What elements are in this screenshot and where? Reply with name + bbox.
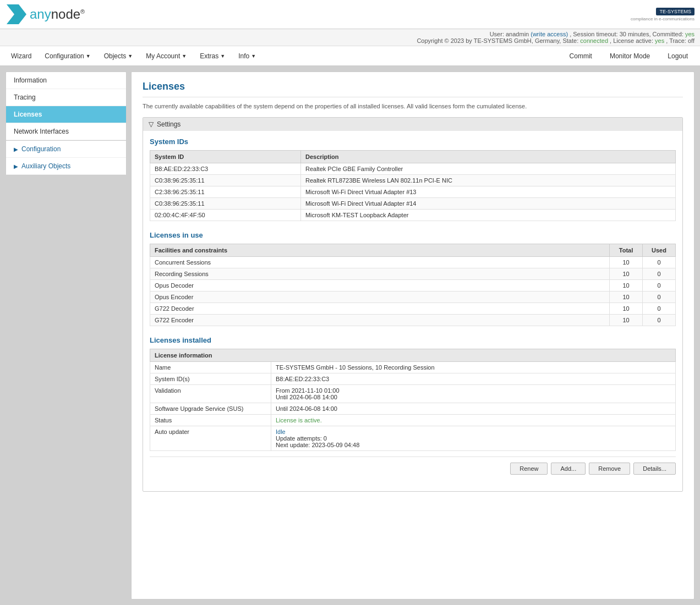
username: anadmin — [506, 31, 531, 37]
nav-wizard[interactable]: Wizard — [4, 49, 38, 63]
used-cell: 0 — [643, 292, 676, 303]
renew-button[interactable]: Renew — [510, 463, 548, 475]
table-row: C0:38:96:25:35:11Realtek RTL8723BE Wirel… — [150, 175, 676, 186]
settings-header[interactable]: ▽ Settings — [143, 118, 682, 131]
total-cell: 10 — [610, 268, 643, 280]
nav-bar: Wizard Configuration ▼ Objects ▼ My Acco… — [0, 46, 700, 66]
nav-info-arrow: ▼ — [251, 53, 256, 59]
nav-objects[interactable]: Objects ▼ — [97, 49, 140, 63]
monitor-mode-button[interactable]: Monitor Mode — [602, 50, 658, 63]
commit-button[interactable]: Commit — [562, 50, 600, 63]
header: anynode® TE-SYSTEMS compliance in e-comm… — [0, 0, 700, 29]
system-id-cell: C2:38:96:25:35:11 — [150, 186, 301, 198]
field-value-line: Until 2024-06-08 14:00 — [276, 394, 337, 400]
system-ids-body: B8:AE:ED:22:33:C3Realtek PCIe GBE Family… — [150, 163, 676, 221]
licenses-in-use-body: Concurrent Sessions100Recording Sessions… — [150, 257, 676, 326]
license-info-header: License information — [150, 349, 676, 362]
field-value: Until 2024-06-08 14:00 — [276, 405, 337, 412]
auto-updater-idle: Idle — [276, 428, 286, 435]
state-comma: , License active: — [610, 37, 655, 44]
nav-configuration[interactable]: Configuration ▼ — [38, 49, 97, 63]
add-button[interactable]: Add... — [551, 463, 586, 475]
sidebar-item-auxiliary-objects[interactable]: ▶ Auxiliary Objects — [6, 158, 126, 175]
page-title: Licenses — [143, 81, 683, 97]
action-buttons: Renew Add... Remove Details... — [150, 457, 676, 475]
system-id-cell: C0:38:96:25:35:11 — [150, 175, 301, 186]
field-label: Auto updater — [150, 426, 271, 451]
table-row: B8:AE:ED:22:33:C3Realtek PCIe GBE Family… — [150, 163, 676, 175]
expand-arrow-configuration: ▶ — [14, 146, 18, 152]
user-label: User: — [490, 31, 504, 37]
brand-tagline: compliance in e-communications — [631, 16, 694, 21]
licenses-installed-section: Licenses installed License information N… — [150, 336, 676, 475]
field-label: Software Upgrade Service (SUS) — [150, 403, 271, 415]
field-value-cell: Until 2024-06-08 14:00 — [271, 403, 676, 415]
nav-info[interactable]: Info ▼ — [232, 49, 262, 63]
details-button[interactable]: Details... — [633, 463, 676, 475]
facility-cell: Opus Decoder — [150, 280, 610, 292]
table-row: 02:00:4C:4F:4F:50Microsoft KM-TEST Loopb… — [150, 210, 676, 221]
field-label: Name — [150, 362, 271, 373]
licenses-installed-title: Licenses installed — [150, 336, 676, 344]
total-cell: 10 — [610, 292, 643, 303]
facility-cell: Recording Sessions — [150, 268, 610, 280]
logo-node: node — [51, 7, 80, 21]
system-id-cell: 02:00:4C:4F:4F:50 — [150, 210, 301, 221]
col-facilities: Facilities and constraints — [150, 244, 610, 257]
licenses-in-use-title: Licenses in use — [150, 231, 676, 239]
auto-updater-info: Update attempts: 0 — [276, 435, 327, 442]
used-cell: 0 — [643, 268, 676, 280]
logout-button[interactable]: Logout — [660, 50, 696, 63]
sidebar-item-network-interfaces[interactable]: Network Interfaces — [6, 123, 126, 140]
write-access: (write access) — [531, 31, 568, 37]
status-value: License is active. — [276, 417, 322, 424]
system-ids-title: System IDs — [150, 138, 676, 146]
total-cell: 10 — [610, 303, 643, 315]
field-value-cell: TE-SYSTEMS GmbH - 10 Sessions, 10 Record… — [271, 362, 676, 373]
te-systems-badge: TE-SYSTEMS — [656, 8, 694, 15]
field-label: Validation — [150, 385, 271, 403]
total-cell: 10 — [610, 315, 643, 326]
nav-myaccount[interactable]: My Account ▼ — [139, 49, 193, 63]
sidebar-item-tracing[interactable]: Tracing — [6, 89, 126, 106]
expand-arrow-auxiliary-objects: ▶ — [14, 163, 18, 169]
nav-myaccount-arrow: ▼ — [182, 53, 187, 59]
state-value: connected — [580, 37, 608, 44]
nav-extras-arrow: ▼ — [220, 53, 225, 59]
total-cell: 10 — [610, 280, 643, 292]
table-row: Opus Encoder100 — [150, 292, 676, 303]
nav-extras[interactable]: Extras ▼ — [193, 49, 232, 63]
used-cell: 0 — [643, 315, 676, 326]
sidebar-item-information[interactable]: Information — [6, 72, 126, 89]
list-item: Auto updaterIdleUpdate attempts: 0Next u… — [150, 426, 676, 451]
licenses-installed-table: License information NameTE-SYSTEMS GmbH … — [150, 349, 676, 451]
sidebar-item-configuration[interactable]: ▶ Configuration — [6, 141, 126, 158]
facility-cell: G722 Decoder — [150, 303, 610, 315]
field-value-cell: License is active. — [271, 415, 676, 426]
table-row: Opus Decoder100 — [150, 280, 676, 292]
description-cell: Microsoft KM-TEST Loopback Adapter — [300, 210, 675, 221]
nav-configuration-arrow: ▼ — [86, 53, 91, 59]
sidebar-item-licenses[interactable]: Licenses — [6, 106, 126, 123]
total-cell: 10 — [610, 257, 643, 268]
nav-right-buttons: Commit Monitor Mode Logout — [562, 50, 696, 63]
field-label: System ID(s) — [150, 373, 271, 385]
system-id-cell: B8:AE:ED:22:33:C3 — [150, 163, 301, 175]
table-row: G722 Decoder100 — [150, 303, 676, 315]
logo-any: any — [30, 7, 51, 21]
list-item: StatusLicense is active. — [150, 415, 676, 426]
logo-area: anynode® — [0, 0, 91, 29]
brand-area: TE-SYSTEMS compliance in e-communication… — [625, 0, 700, 29]
licenses-in-use-section: Licenses in use Facilities and constrain… — [150, 231, 676, 326]
field-value: TE-SYSTEMS GmbH - 10 Sessions, 10 Record… — [276, 364, 435, 371]
list-item: NameTE-SYSTEMS GmbH - 10 Sessions, 10 Re… — [150, 362, 676, 373]
field-value-cell: B8:AE:ED:22:33:C3 — [271, 373, 676, 385]
settings-panel: ▽ Settings System IDs System ID Descript… — [143, 117, 683, 492]
remove-button[interactable]: Remove — [589, 463, 630, 475]
logo-icon — [7, 4, 26, 24]
trace-value: off — [688, 37, 694, 44]
copyright: Copyright © 2023 by TE-SYSTEMS GmbH, Ger… — [417, 37, 580, 44]
table-row: C2:38:96:25:35:11Microsoft Wi-Fi Direct … — [150, 186, 676, 198]
description-cell: Microsoft Wi-Fi Direct Virtual Adapter #… — [300, 198, 675, 210]
system-id-cell: C0:38:96:25:35:11 — [150, 198, 301, 210]
